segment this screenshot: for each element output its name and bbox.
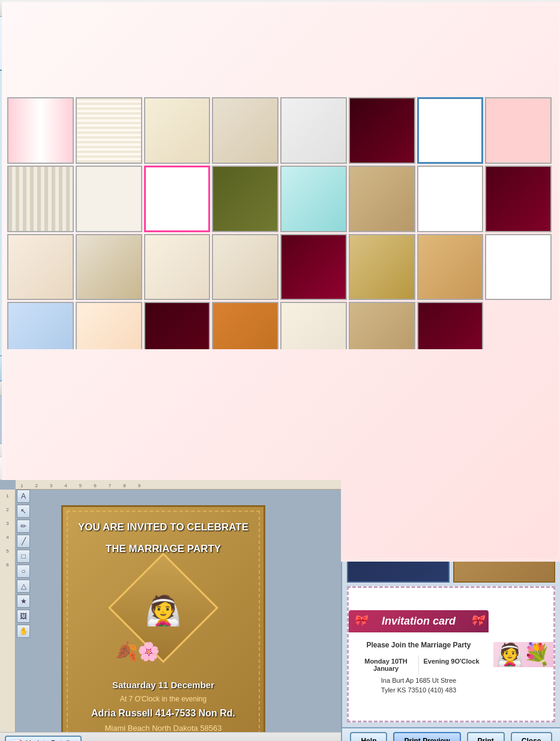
pc3-name: Ina Burt Ap 1685 Ut Stree	[354, 677, 484, 684]
design-thumb-7[interactable]	[349, 97, 415, 164]
design-thumb-10[interactable]	[7, 166, 74, 232]
pc3-address: Tyler KS 73510 (410) 483	[354, 686, 484, 694]
pc3-banner-text: Invitation card	[382, 615, 456, 627]
ruler-mark-4: 4	[64, 483, 67, 488]
design-thumb-15[interactable]	[349, 166, 415, 232]
design-thumb-29[interactable]	[212, 302, 278, 349]
move-tool[interactable]: ✋	[17, 625, 30, 638]
design-grid	[7, 97, 553, 349]
design-thumb-4[interactable]	[144, 97, 211, 164]
print-preview-button[interactable]: Print Preview	[393, 732, 460, 741]
pc3-subtitle: Please Join the Marriage Party	[354, 641, 484, 649]
image-tool[interactable]: 🖼	[17, 610, 30, 623]
ruler-mark-6: 6	[94, 483, 96, 488]
print-label: Print	[478, 737, 494, 741]
design-thumb-19[interactable]	[76, 234, 142, 301]
design-thumb-31[interactable]	[349, 302, 415, 349]
design-thumb-14[interactable]	[280, 166, 347, 232]
design-thumb-2[interactable]	[7, 97, 74, 164]
preview-help-label: Help	[361, 737, 376, 741]
left-tools: A ↖ ✏ ╱ □ ○ △ ★ 🖼 ✋	[17, 490, 30, 638]
card-address: Miami Beach North Dakota 58563	[104, 724, 221, 732]
editor-bottom: 📝 Update Details	[0, 732, 341, 741]
select-tool[interactable]: ↖	[17, 505, 30, 518]
triangle-tool[interactable]: △	[17, 580, 30, 593]
pc3-date-col: Monday 10TH January	[354, 655, 419, 674]
design-thumb-6[interactable]	[280, 97, 347, 164]
ruler-mark-3: 3	[50, 483, 52, 488]
pc3-details: Monday 10TH January Evening 9O'Clock	[354, 655, 484, 674]
invitation-card-canvas: YOU ARE INVITED TO CELEBRATE THE MARRIAG…	[61, 505, 265, 732]
star-tool[interactable]: ★	[17, 595, 30, 608]
preview-help-button[interactable]: Help	[350, 732, 387, 741]
text-tool[interactable]: A	[17, 490, 30, 503]
design-thumb-11[interactable]	[76, 166, 142, 232]
update-details-button[interactable]: 📝 Update Details	[5, 736, 82, 742]
ruler-mark-9: 9	[138, 483, 140, 488]
ruler-mark-7: 7	[109, 483, 111, 488]
update-label: Update Details	[26, 739, 73, 742]
design-thumb-8[interactable]	[417, 97, 484, 164]
ruler-v-6: 6	[6, 562, 8, 568]
ruler-mark-1: 1	[20, 483, 23, 488]
action-bar: Help Print Preview Print Close	[342, 727, 560, 741]
design-thumb-32[interactable]	[417, 302, 484, 349]
card-name: Adria Russell 414-7533 Non Rd.	[91, 708, 235, 719]
pc3-banner: Invitation card	[349, 610, 489, 632]
close-action-label: Close	[522, 737, 541, 741]
card-time: At 7 O'Clock in the evening	[120, 695, 206, 703]
rect-tool[interactable]: □	[17, 550, 30, 563]
ruler-mark-8: 8	[123, 483, 125, 488]
ellipse-tool[interactable]: ○	[17, 565, 30, 578]
ruler-mark-5: 5	[79, 483, 82, 488]
card-title-line1: YOU ARE INVITED TO CELEBRATE	[78, 521, 248, 533]
design-thumb-21[interactable]	[212, 234, 278, 301]
design-thumb-9[interactable]	[485, 97, 552, 164]
ruler-v-5: 5	[6, 548, 8, 554]
design-thumb-22[interactable]	[280, 234, 347, 301]
pc3-time-label: Evening 9O'Clock	[421, 658, 481, 665]
design-thumb-17[interactable]	[485, 166, 552, 232]
couple-illustration: 👰 🍂🌸	[115, 560, 211, 656]
close-action-button[interactable]: Close	[511, 732, 552, 741]
design-thumb-16[interactable]	[417, 166, 484, 232]
update-icon: 📝	[13, 739, 22, 742]
ruler-v-1: 1	[6, 493, 8, 499]
design-thumb-25[interactable]	[485, 234, 552, 301]
design-thumb-24[interactable]	[417, 234, 484, 301]
ruler-v-3: 3	[6, 521, 8, 526]
design-thumb-30[interactable]	[280, 302, 347, 349]
ruler-v-2: 2	[6, 507, 8, 512]
design-thumb-26[interactable]	[7, 302, 74, 349]
line-tool[interactable]: ╱	[17, 535, 30, 548]
card-date: Satuarday 11 December	[112, 680, 214, 690]
design-thumb-18[interactable]	[7, 234, 74, 301]
design-panel: Select Your Design!	[4, 73, 556, 353]
design-thumb-28[interactable]	[144, 302, 211, 349]
pc3-date-label: Monday 10TH January	[356, 658, 416, 672]
design-thumb-23[interactable]	[349, 234, 415, 301]
design-thumb-13[interactable]	[212, 166, 278, 232]
pencil-tool[interactable]: ✏	[17, 520, 30, 533]
design-thumb-5[interactable]	[212, 97, 278, 164]
canvas-area: 1 2 3 4 5 6 7 8 9 1 2 3 4 5 6 A	[0, 480, 341, 732]
design-thumb-12[interactable]	[144, 166, 211, 232]
preview-card-3[interactable]: Invitation card Please Join the Marriage…	[347, 586, 555, 722]
pc3-bride-icon: 👰💐	[496, 642, 550, 667]
design-thumb-27[interactable]	[76, 302, 142, 349]
print-preview-label: Print Preview	[404, 737, 450, 741]
design-thumb-3[interactable]	[76, 97, 142, 164]
ruler-v-4: 4	[6, 535, 8, 540]
ruler-mark-2: 2	[35, 483, 37, 488]
print-button[interactable]: Print	[467, 732, 505, 741]
design-thumb-20[interactable]	[144, 234, 211, 301]
pc3-time-col: Evening 9O'Clock	[419, 655, 484, 674]
